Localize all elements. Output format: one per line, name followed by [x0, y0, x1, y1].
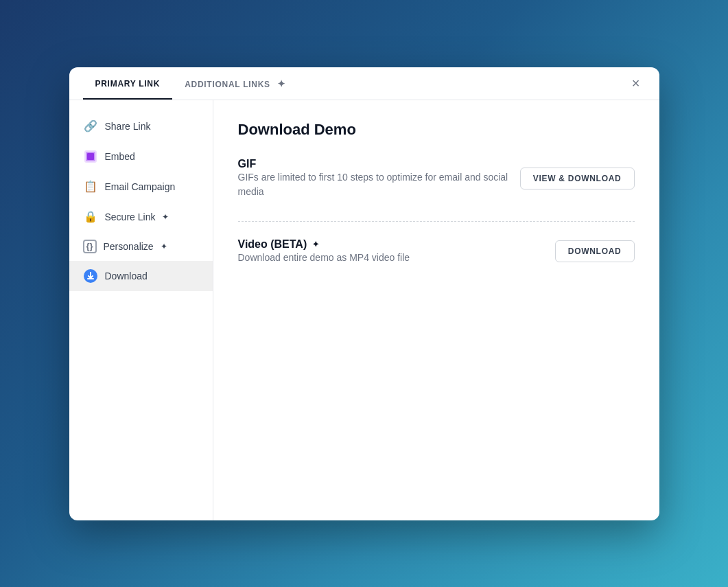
- gif-section: GIF GIFs are limited to first 10 steps t…: [238, 158, 635, 222]
- sidebar-item-download[interactable]: Download: [69, 261, 213, 291]
- sidebar-item-label: Personalize: [104, 241, 154, 252]
- share-link-icon: 🔗: [83, 119, 98, 134]
- sidebar-item-email-campaign[interactable]: 📋 Email Campaign: [69, 172, 213, 202]
- video-section: Video (BETA) ✦ Download entire demo as M…: [238, 238, 635, 287]
- main-content: Download Demo GIF GIFs are limited to fi…: [213, 100, 659, 520]
- download-icon: [83, 268, 98, 284]
- video-section-desc: Download entire demo as MP4 video file: [238, 251, 410, 265]
- personalize-badge: ✦: [161, 242, 167, 251]
- page-title: Download Demo: [238, 121, 635, 139]
- modal-overlay: PRIMARY LINK ADDITIONAL LINKS ✦ × 🔗 Shar…: [0, 0, 728, 587]
- sidebar-item-label: Email Campaign: [105, 181, 176, 192]
- svg-rect-2: [87, 153, 94, 160]
- sidebar-item-personalize[interactable]: {} Personalize ✦: [69, 232, 213, 261]
- sidebar-item-label: Secure Link: [105, 211, 156, 222]
- gif-section-desc: GIFs are limited to first 10 steps to op…: [238, 170, 520, 199]
- sidebar-item-label: Download: [105, 271, 148, 281]
- sidebar-item-label: Share Link: [105, 121, 151, 132]
- video-beta-badge: ✦: [312, 240, 319, 249]
- modal-body: 🔗 Share Link Embed 📋 Email: [69, 100, 659, 520]
- gif-section-title: GIF: [238, 158, 520, 170]
- sidebar-item-label: Embed: [105, 151, 135, 162]
- tab-primary-link[interactable]: PRIMARY LINK: [83, 68, 173, 100]
- embed-icon: [83, 149, 98, 164]
- sidebar: 🔗 Share Link Embed 📋 Email: [69, 100, 213, 520]
- close-button[interactable]: ×: [626, 73, 646, 93]
- modal-tabs: PRIMARY LINK ADDITIONAL LINKS ✦ ×: [69, 67, 659, 100]
- sidebar-item-secure-link[interactable]: 🔒 Secure Link ✦: [69, 202, 213, 232]
- additional-links-badge: ✦: [277, 78, 286, 89]
- modal: PRIMARY LINK ADDITIONAL LINKS ✦ × 🔗 Shar…: [69, 67, 659, 520]
- email-campaign-icon: 📋: [83, 179, 98, 194]
- personalize-icon: {}: [83, 240, 97, 253]
- video-section-title: Video (BETA) ✦: [238, 238, 410, 251]
- secure-link-icon: 🔒: [83, 209, 98, 225]
- tab-additional-links[interactable]: ADDITIONAL LINKS ✦: [172, 67, 298, 100]
- download-video-button[interactable]: DOWNLOAD: [555, 240, 635, 262]
- video-section-header: Video (BETA) ✦ Download entire demo as M…: [238, 238, 635, 265]
- secure-link-badge: ✦: [162, 212, 169, 222]
- view-download-button[interactable]: VIEW & DOWNLOAD: [520, 168, 635, 189]
- sidebar-item-share-link[interactable]: 🔗 Share Link: [69, 111, 213, 141]
- sidebar-item-embed[interactable]: Embed: [69, 141, 213, 172]
- gif-section-header: GIF GIFs are limited to first 10 steps t…: [238, 158, 635, 199]
